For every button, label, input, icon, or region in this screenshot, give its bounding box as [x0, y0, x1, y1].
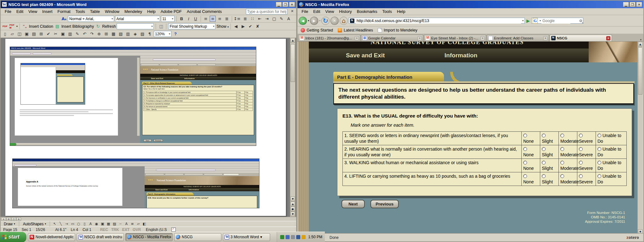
minimize-button[interactable]: ▁: [623, 2, 629, 7]
line-spacing-icon[interactable]: ↕≡: [234, 16, 240, 22]
increase-indent-icon[interactable]: ⇥: [264, 16, 270, 22]
radio-slight[interactable]: [542, 147, 546, 151]
back-history-icon[interactable]: ▾: [308, 19, 309, 22]
print-layout-icon[interactable]: ◫: [11, 217, 16, 221]
taskbar-button-3-microsoft-word[interactable]: 3 Microsoft Word▾: [223, 233, 270, 241]
rectangle-icon[interactable]: ▭: [70, 222, 75, 226]
tab-close-icon[interactable]: ✕: [418, 36, 422, 40]
taskbar-button-nscg-mozilla-firefox[interactable]: NSCG - Mozilla Firefox: [125, 233, 173, 241]
radio-none[interactable]: [523, 147, 527, 151]
outline-view-icon[interactable]: ≣: [16, 217, 21, 221]
line-icon[interactable]: ╲: [58, 222, 63, 226]
insert-bibliography-button[interactable]: Insert Bibliography: [61, 24, 94, 29]
font-color-draw-icon[interactable]: A: [124, 222, 129, 226]
menu-view[interactable]: View: [26, 9, 39, 14]
radio-severe[interactable]: [579, 147, 583, 151]
search-engine-dropdown-icon[interactable]: ▾: [538, 19, 541, 22]
bullets-icon[interactable]: ∷: [249, 16, 256, 22]
menu-table[interactable]: Table: [88, 9, 102, 14]
url-dropdown-icon[interactable]: ▾: [521, 19, 524, 22]
normal-view-icon[interactable]: ≡: [1, 217, 6, 221]
scroll-thumb[interactable]: [291, 44, 295, 82]
help-icon[interactable]: ?: [172, 31, 179, 37]
radio-unable-to-do[interactable]: [597, 161, 601, 164]
radio-moderate[interactable]: [560, 134, 564, 137]
browser-vertical-scrollbar[interactable]: ▲ ▼: [637, 42, 643, 234]
browser-tab-inbox-181-20romano-g-[interactable]: Inbox (181) - 20romano@g...✕: [298, 35, 360, 41]
radio-unable-to-do[interactable]: [597, 147, 601, 151]
align-left-icon[interactable]: ≡: [203, 16, 209, 22]
drawing-icon[interactable]: ◈: [132, 31, 138, 37]
taskbar-button-novell-delivered-applica-[interactable]: Novell-delivered Applica...: [28, 233, 75, 241]
convert-pdf-email-icon[interactable]: PDF✉: [9, 23, 15, 29]
previous-change-icon[interactable]: ◀: [233, 23, 239, 29]
accept-change-icon[interactable]: ✔: [247, 23, 253, 29]
insert-table-icon[interactable]: ▦: [110, 31, 117, 37]
menu-tools[interactable]: Tools: [380, 9, 394, 14]
reject-change-icon[interactable]: ✘: [254, 23, 261, 29]
fill-color-icon[interactable]: ▨: [112, 222, 117, 226]
bookmark-import-to-mendeley[interactable]: Import to Mendeley: [376, 27, 419, 33]
menu-file[interactable]: File: [3, 9, 14, 14]
google-logo-icon[interactable]: G: [533, 18, 538, 24]
columns-icon[interactable]: ▥: [125, 31, 131, 37]
tab-close-icon[interactable]: ✕: [543, 36, 547, 40]
font-size-combobox[interactable]: 11▾: [161, 16, 175, 22]
search-icon[interactable]: [580, 20, 582, 22]
previous-button[interactable]: Previous: [370, 200, 399, 208]
reviewing-pane-icon[interactable]: ◫: [158, 23, 164, 29]
diagram-icon[interactable]: ◉: [94, 222, 99, 226]
display-icon[interactable]: [296, 235, 300, 239]
picture-icon[interactable]: ▦: [106, 222, 111, 226]
scroll-down-icon[interactable]: ▼: [291, 197, 295, 201]
font-combobox[interactable]: Arial▾: [115, 16, 160, 22]
taskbar-button-nscg[interactable]: NSCG: [174, 233, 221, 241]
taskbar-clock[interactable]: 1:50 PM: [308, 235, 322, 239]
restore-button[interactable]: ❐: [282, 2, 288, 7]
word-page[interactable]: NSCG test plan 082409 - Microsoft Word: [5, 38, 286, 216]
insert-hyperlink-icon[interactable]: ⊕: [96, 31, 102, 37]
word-titlebar[interactable]: W NSCG test plan 082409 - Microsoft Word…: [1, 1, 296, 8]
menu-window[interactable]: Window: [103, 9, 121, 14]
next-change-icon[interactable]: ▶: [240, 23, 246, 29]
spelling-grammar-icon[interactable]: ✔: [45, 31, 52, 37]
toolbar-close-icon[interactable]: ✕: [291, 9, 294, 13]
redo-icon[interactable]: ↷: [89, 31, 95, 37]
justify-icon[interactable]: ≣: [224, 16, 230, 22]
start-button[interactable]: start: [0, 232, 26, 242]
volume-icon[interactable]: [286, 235, 290, 239]
antivirus-icon[interactable]: [280, 235, 284, 239]
menu-view[interactable]: View: [323, 9, 336, 14]
text-box-icon[interactable]: ▯: [82, 222, 87, 226]
menu-file[interactable]: File: [299, 9, 310, 14]
minimize-button[interactable]: ▁: [276, 2, 282, 7]
insert-excel-icon[interactable]: ▧: [118, 31, 124, 37]
convert-to-pdf-icon[interactable]: PDF: [2, 23, 8, 29]
arrow-icon[interactable]: →: [64, 222, 69, 226]
forward-icon[interactable]: ▶: [310, 17, 318, 25]
reload-icon[interactable]: ↻: [321, 17, 330, 25]
menu-help[interactable]: Help: [145, 9, 158, 14]
radio-severe[interactable]: [579, 161, 583, 164]
next-button[interactable]: Next: [341, 200, 365, 208]
show-hide-marks-icon[interactable]: ¶: [147, 31, 153, 37]
menu-help[interactable]: Help: [395, 9, 408, 14]
list-all-tabs-icon[interactable]: ▾: [639, 38, 643, 41]
radio-slight[interactable]: [542, 134, 546, 137]
menu-format[interactable]: Format: [55, 9, 73, 14]
radio-slight[interactable]: [542, 174, 546, 178]
updates-icon[interactable]: [302, 235, 306, 239]
radio-moderate[interactable]: [560, 161, 564, 164]
previous-page-icon[interactable]: ▲: [291, 202, 295, 206]
menu-adobe-pdf[interactable]: Adobe PDF: [158, 9, 184, 14]
radio-severe[interactable]: [579, 174, 583, 178]
permission-icon[interactable]: ▣: [24, 31, 30, 37]
bold-icon[interactable]: B: [179, 16, 185, 22]
radio-slight[interactable]: [542, 161, 546, 164]
zotero-logo[interactable]: zotero: [626, 235, 639, 240]
close-button[interactable]: ✕: [289, 2, 295, 7]
styles-and-formatting-icon[interactable]: A₄: [61, 16, 67, 22]
tables-and-borders-icon[interactable]: ⊞: [103, 31, 109, 37]
close-button[interactable]: ✕: [636, 2, 642, 7]
display-for-review-combobox[interactable]: Final Showing Markup▾: [168, 23, 215, 29]
